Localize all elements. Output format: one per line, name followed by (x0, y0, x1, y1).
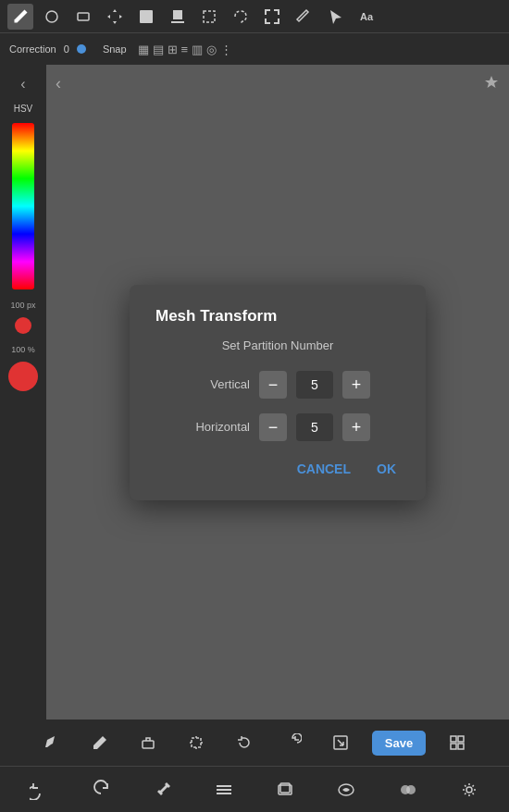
eyedropper-icon[interactable] (145, 772, 180, 807)
paint-tool[interactable] (165, 4, 191, 30)
horizontal-row: Horizontal − + (155, 413, 400, 441)
svg-rect-2 (140, 10, 153, 23)
main-area: ‹ HSV 100 px 100 % ‹ Mesh Transform Set … (0, 65, 509, 720)
text-tool[interactable]: Aa (354, 4, 379, 30)
vertical-increment-button[interactable]: + (342, 371, 370, 399)
snap-icon-1[interactable]: ▦ (138, 43, 149, 56)
panel-collapse-arrow[interactable]: ‹ (17, 72, 29, 96)
second-toolbar: Correction 0 Snap ▦ ▤ ⊞ ≡ ▥ ◎ ⋮ (0, 32, 509, 65)
mask-icon[interactable] (329, 772, 364, 807)
snap-icons: ▦ ▤ ⊞ ≡ ▥ ◎ ⋮ (138, 43, 233, 56)
svg-rect-13 (451, 744, 456, 749)
export-icon[interactable] (324, 726, 357, 759)
vertical-row: Vertical − + (155, 371, 400, 399)
size-label: 100 px (10, 301, 35, 310)
grid-icon[interactable] (441, 726, 474, 759)
left-panel: ‹ HSV 100 px 100 % (0, 65, 46, 720)
svg-rect-4 (143, 741, 154, 748)
color-dot-small[interactable] (15, 317, 31, 334)
eraser-tool[interactable] (291, 4, 317, 30)
svg-rect-11 (451, 736, 456, 742)
snap-icon-4[interactable]: ≡ (181, 43, 189, 56)
hsv-label: HSV (14, 104, 33, 114)
canvas-area[interactable]: ‹ Mesh Transform Set Partition Number Ve… (46, 65, 509, 720)
eraser2-icon[interactable] (131, 726, 165, 759)
rotate-left-icon[interactable] (228, 726, 261, 759)
svg-rect-15 (217, 785, 231, 787)
pencil2-icon[interactable] (83, 726, 117, 759)
snap-icon-3[interactable]: ⊞ (168, 43, 178, 56)
dialog-subtitle: Set Partition Number (155, 338, 400, 352)
redo-icon[interactable] (83, 772, 118, 807)
correction-value: 0 (64, 43, 69, 55)
svg-rect-14 (458, 744, 464, 749)
dialog-title: Mesh Transform (155, 307, 400, 326)
ok-button[interactable]: OK (373, 456, 400, 482)
correction-label: Correction (9, 43, 56, 55)
selection2-icon[interactable] (180, 726, 213, 759)
pointer-tool[interactable] (322, 4, 348, 30)
vertical-decrement-button[interactable]: − (259, 371, 287, 399)
fill-tool[interactable] (133, 4, 159, 30)
top-toolbar: Aa (0, 0, 509, 32)
snap-label: Snap (103, 43, 127, 55)
snap-icon-2[interactable]: ▤ (153, 43, 164, 56)
horizontal-decrement-button[interactable]: − (259, 413, 287, 441)
horizontal-increment-button[interactable]: + (342, 413, 370, 441)
save-button[interactable]: Save (372, 731, 426, 756)
dialog-overlay: Mesh Transform Set Partition Number Vert… (46, 65, 509, 720)
select-tool[interactable] (196, 4, 222, 30)
pencil-tool[interactable] (7, 4, 33, 30)
layers-icon[interactable] (267, 772, 303, 807)
transform-tool[interactable] (259, 4, 285, 30)
svg-rect-12 (458, 736, 464, 742)
brush-icon[interactable] (35, 726, 68, 759)
svg-point-0 (46, 11, 57, 22)
snap-icon-5[interactable]: ▥ (192, 43, 203, 56)
rotate-right-icon[interactable] (276, 726, 309, 759)
horizontal-value-input[interactable] (296, 413, 333, 441)
dialog-actions: CANCEL OK (155, 456, 400, 482)
shape-tool[interactable] (39, 4, 65, 30)
color-dot-large[interactable] (8, 362, 38, 391)
svg-point-23 (466, 787, 472, 793)
snap-icon-7[interactable]: ⋮ (220, 43, 232, 56)
blend-icon[interactable] (391, 772, 426, 807)
snap-icon-6[interactable]: ◎ (206, 43, 217, 56)
correction-dot (77, 44, 86, 54)
svg-rect-16 (217, 789, 231, 791)
color-bar[interactable] (12, 123, 34, 289)
horizontal-label: Horizontal (185, 420, 250, 434)
menu-icon[interactable] (206, 772, 242, 807)
cancel-button[interactable]: CANCEL (293, 456, 354, 482)
move-tool[interactable] (102, 4, 128, 30)
mesh-transform-dialog: Mesh Transform Set Partition Number Vert… (130, 285, 426, 500)
vertical-label: Vertical (185, 377, 250, 391)
lasso-tool[interactable] (228, 4, 254, 30)
bottom-toolbar-2 (0, 766, 509, 812)
bottom-toolbar-1: Save (0, 720, 509, 766)
svg-rect-1 (78, 13, 89, 20)
undo-icon[interactable] (22, 772, 57, 807)
svg-point-22 (406, 785, 416, 794)
rect-tool[interactable] (70, 4, 96, 30)
settings-icon[interactable] (452, 772, 487, 807)
vertical-value-input[interactable] (296, 371, 333, 399)
svg-rect-3 (204, 11, 215, 22)
svg-rect-17 (217, 793, 231, 794)
opacity-label: 100 % (11, 345, 35, 354)
svg-rect-5 (192, 738, 201, 747)
